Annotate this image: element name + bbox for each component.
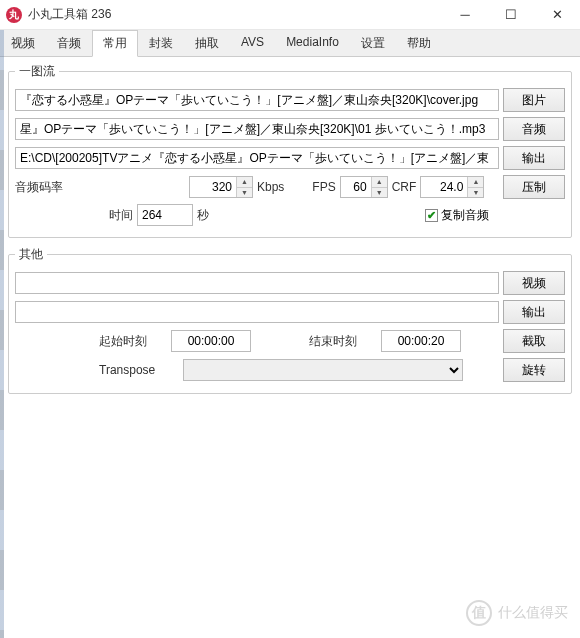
other-output-button[interactable]: 输出 — [503, 300, 565, 324]
tab-设置[interactable]: 设置 — [350, 30, 396, 56]
check-icon: ✔ — [425, 209, 438, 222]
audio-path-input[interactable] — [15, 118, 499, 140]
maximize-button[interactable]: ☐ — [488, 0, 534, 30]
tab-帮助[interactable]: 帮助 — [396, 30, 442, 56]
other-video-button[interactable]: 视频 — [503, 271, 565, 295]
crf-down-icon[interactable]: ▼ — [468, 188, 483, 198]
transpose-label: Transpose — [99, 363, 155, 377]
crf-label: CRF — [392, 180, 417, 194]
tab-封装[interactable]: 封装 — [138, 30, 184, 56]
watermark-text: 什么值得买 — [498, 604, 568, 622]
section-image-flow-legend: 一图流 — [15, 63, 59, 80]
start-time-input[interactable] — [171, 330, 251, 352]
crf-stepper[interactable]: ▲▼ — [420, 176, 484, 198]
watermark: 值 什么值得买 — [466, 600, 568, 626]
fps-up-icon[interactable]: ▲ — [372, 177, 387, 188]
crf-input[interactable] — [421, 177, 467, 197]
time-label: 时间 — [109, 207, 133, 224]
end-time-input[interactable] — [381, 330, 461, 352]
tab-AVS[interactable]: AVS — [230, 30, 275, 56]
fps-input[interactable] — [341, 177, 371, 197]
audio-button[interactable]: 音频 — [503, 117, 565, 141]
bitrate-unit: Kbps — [257, 180, 284, 194]
window-title: 小丸工具箱 236 — [28, 6, 111, 23]
other-output-input[interactable] — [15, 301, 499, 323]
transpose-select[interactable] — [183, 359, 463, 381]
output-button[interactable]: 输出 — [503, 146, 565, 170]
content-area: 一图流 图片 音频 输出 音频码率 ▲▼ Kbps FPS ▲▼ — [0, 57, 580, 408]
section-other: 其他 视频 输出 起始时刻 结束时刻 截取 Transpose — [8, 246, 572, 394]
image-path-input[interactable] — [15, 89, 499, 111]
section-other-legend: 其他 — [15, 246, 47, 263]
output-path-input[interactable] — [15, 147, 499, 169]
copy-audio-label: 复制音频 — [441, 207, 489, 224]
tab-MediaInfo[interactable]: MediaInfo — [275, 30, 350, 56]
bitrate-input[interactable] — [190, 177, 236, 197]
section-image-flow: 一图流 图片 音频 输出 音频码率 ▲▼ Kbps FPS ▲▼ — [8, 63, 572, 238]
fps-stepper[interactable]: ▲▼ — [340, 176, 388, 198]
tab-常用[interactable]: 常用 — [92, 30, 138, 57]
cut-button[interactable]: 截取 — [503, 329, 565, 353]
fps-label: FPS — [312, 180, 335, 194]
bitrate-stepper[interactable]: ▲▼ — [189, 176, 253, 198]
watermark-icon: 值 — [466, 600, 492, 626]
time-input[interactable] — [137, 204, 193, 226]
compress-button[interactable]: 压制 — [503, 175, 565, 199]
tab-视频[interactable]: 视频 — [0, 30, 46, 56]
crf-up-icon[interactable]: ▲ — [468, 177, 483, 188]
end-time-label: 结束时刻 — [309, 333, 357, 350]
image-button[interactable]: 图片 — [503, 88, 565, 112]
close-button[interactable]: ✕ — [534, 0, 580, 30]
bitrate-up-icon[interactable]: ▲ — [237, 177, 252, 188]
start-time-label: 起始时刻 — [99, 333, 147, 350]
rotate-button[interactable]: 旋转 — [503, 358, 565, 382]
tab-strip: 视频音频常用封装抽取AVSMediaInfo设置帮助 — [0, 30, 580, 57]
titlebar: 丸 小丸工具箱 236 ─ ☐ ✕ — [0, 0, 580, 30]
minimize-button[interactable]: ─ — [442, 0, 488, 30]
tab-音频[interactable]: 音频 — [46, 30, 92, 56]
fps-down-icon[interactable]: ▼ — [372, 188, 387, 198]
bitrate-label: 音频码率 — [15, 179, 85, 196]
left-edge-decoration — [0, 30, 4, 638]
app-icon: 丸 — [6, 7, 22, 23]
copy-audio-checkbox[interactable]: ✔ 复制音频 — [425, 207, 489, 224]
time-unit: 秒 — [197, 207, 209, 224]
bitrate-down-icon[interactable]: ▼ — [237, 188, 252, 198]
tab-抽取[interactable]: 抽取 — [184, 30, 230, 56]
other-video-input[interactable] — [15, 272, 499, 294]
